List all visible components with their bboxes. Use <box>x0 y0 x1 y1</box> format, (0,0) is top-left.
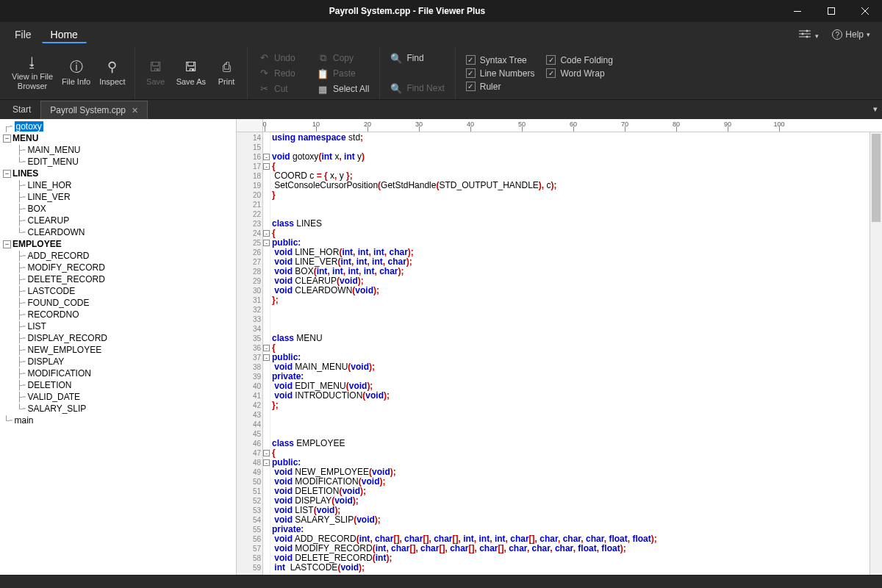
label: View in File Browser <box>12 72 53 91</box>
tab-file[interactable]: Payroll System.cpp✕ <box>40 101 148 119</box>
tree-node-lastcode[interactable]: ├╴LASTCODE <box>0 285 236 297</box>
code-folding-checkbox[interactable]: ✓Code Folding <box>540 54 618 67</box>
tree-node-mainmenu[interactable]: ├╴MAIN_MENU <box>0 144 236 156</box>
label: Save As <box>176 77 206 87</box>
tree-node-validdate[interactable]: ├╴VALID_DATE <box>0 391 236 403</box>
inspect-icon: ⚲ <box>107 60 117 76</box>
collapse-icon[interactable]: − <box>3 240 11 248</box>
tree-node-menu[interactable]: −MENU <box>0 132 236 144</box>
tree-node-display[interactable]: ├╴DISPLAY <box>0 356 236 368</box>
save-button: 🖫Save <box>140 57 172 90</box>
find-next-button: 🔍Find Next <box>384 81 450 96</box>
save-as-button[interactable]: 🖫Save As <box>172 57 210 90</box>
inspect-button[interactable]: ⚲Inspect <box>95 57 129 90</box>
copy-icon: ⧉ <box>317 52 329 64</box>
tree-node-list[interactable]: ├╴LIST <box>0 320 236 332</box>
search-next-icon: 🔍 <box>390 83 402 94</box>
folder-arrow-icon: ⭳ <box>26 55 39 71</box>
settings-button[interactable]: ▾ <box>793 26 825 43</box>
svg-point-7 <box>806 30 808 32</box>
tab-start[interactable]: Start <box>3 100 40 119</box>
fold-toggle-icon[interactable]: - <box>263 450 270 456</box>
menu-file[interactable]: File <box>6 26 40 43</box>
tree-node-clearup[interactable]: ├╴CLEARUP <box>0 215 236 226</box>
label: Word Wrap <box>560 68 604 79</box>
tree-node-lines[interactable]: −LINES <box>0 168 236 179</box>
tree-node-modifyrecord[interactable]: ├╴MODIFY_RECORD <box>0 262 236 273</box>
label: Copy <box>333 53 354 63</box>
tree-node-modification[interactable]: ├╴MODIFICATION <box>0 368 236 379</box>
tree-node-gotoxy[interactable]: ┌╴gotoxy <box>0 121 236 132</box>
tree-node-box[interactable]: ├╴BOX <box>0 203 236 215</box>
save-icon: 🖫 <box>149 60 162 76</box>
checkbox-icon: ✓ <box>466 82 476 91</box>
tree-node-employee[interactable]: −EMPLOYEE <box>0 238 236 250</box>
tree-node-newemployee[interactable]: ├╴NEW_EMPLOYEE <box>0 344 236 356</box>
tree-node-deleterecord[interactable]: ├╴DELETE_RECORD <box>0 273 236 285</box>
tab-close-icon[interactable]: ✕ <box>132 106 138 115</box>
chevron-down-icon[interactable]: ▾ <box>873 104 878 114</box>
tree-label: MENU <box>12 133 38 143</box>
tree-node-salaryslip[interactable]: └╴SALARY_SLIP <box>0 403 236 415</box>
select-all-button[interactable]: ▦Select All <box>311 82 375 97</box>
paste-button: 📋Paste <box>311 66 375 82</box>
tree-node-foundcode[interactable]: ├╴FOUND_CODE <box>0 297 236 309</box>
tree-node-addrecord[interactable]: ├╴ADD_RECORD <box>0 250 236 262</box>
tree-node-main[interactable]: └╴main <box>0 415 236 426</box>
file-info-button[interactable]: ⓘFile Info <box>57 57 95 90</box>
minimize-button[interactable] <box>781 0 814 22</box>
menu-home[interactable]: Home <box>42 26 87 43</box>
scrollbar-thumb[interactable] <box>872 134 881 222</box>
tree-node-deletion[interactable]: ├╴DELETION <box>0 379 236 391</box>
view-in-file-browser-button[interactable]: ⭳View in File Browser <box>7 52 57 95</box>
label: Inspect <box>99 77 125 87</box>
ruler-checkbox[interactable]: ✓Ruler <box>460 80 541 93</box>
fold-toggle-icon[interactable]: - <box>263 154 270 160</box>
fold-toggle-icon[interactable]: - <box>263 459 270 466</box>
window-title: Payroll System.cpp - File Viewer Plus <box>34 6 781 16</box>
line-numbers-checkbox[interactable]: ✓Line Numbers <box>460 67 541 80</box>
tree-node-linever[interactable]: ├╴LINE_VER <box>0 191 236 203</box>
redo-icon: ↷ <box>258 68 270 79</box>
titlebar: Payroll System.cpp - File Viewer Plus <box>0 0 882 22</box>
help-icon: ? <box>832 29 842 40</box>
maximize-button[interactable] <box>814 0 848 22</box>
label: Ruler <box>480 82 501 92</box>
vertical-scrollbar[interactable] <box>870 132 882 575</box>
fold-toggle-icon[interactable]: - <box>263 354 270 361</box>
fold-column[interactable]: -------- <box>263 132 270 575</box>
collapse-icon[interactable]: − <box>3 170 11 178</box>
label: Select All <box>333 84 369 94</box>
find-button[interactable]: 🔍Find <box>384 51 450 66</box>
tree-node-editmenu[interactable]: └╴EDIT_MENU <box>0 156 236 168</box>
fold-toggle-icon[interactable]: - <box>263 345 270 351</box>
ribbon: ⭳View in File Browser ⓘFile Info ⚲Inspec… <box>0 47 882 100</box>
info-icon: ⓘ <box>70 60 83 76</box>
tree-node-recordno[interactable]: ├╴RECORDNO <box>0 309 236 320</box>
checkbox-icon: ✓ <box>466 55 476 65</box>
code-area[interactable]: 1415161718192021222324252627282930313233… <box>237 132 882 575</box>
collapse-icon[interactable]: − <box>3 135 11 143</box>
fold-toggle-icon[interactable]: - <box>263 163 270 170</box>
fold-toggle-icon[interactable]: - <box>263 230 270 237</box>
help-button[interactable]: ? Help ▾ <box>826 26 876 43</box>
tree-label: MODIFICATION <box>28 368 91 379</box>
label: Find <box>406 53 423 63</box>
tree-node-linehor[interactable]: ├╴LINE_HOR <box>0 179 236 191</box>
line-number-gutter: 1415161718192021222324252627282930313233… <box>237 132 263 575</box>
label: Paste <box>333 68 356 79</box>
fold-toggle-icon[interactable]: - <box>263 240 270 246</box>
label: Syntax Tree <box>480 55 527 65</box>
tree-node-displayrecord[interactable]: ├╴DISPLAY_RECORD <box>0 332 236 344</box>
code-lines[interactable]: using namespace std;void gotoxy(int x, i… <box>270 132 870 575</box>
word-wrap-checkbox[interactable]: ✓Word Wrap <box>540 67 618 80</box>
tree-node-cleardown[interactable]: └╴CLEARDOWN <box>0 226 236 238</box>
print-button[interactable]: ⎙Print <box>210 57 243 90</box>
settings-icon <box>799 29 811 38</box>
tree-label: DISPLAY <box>28 356 65 367</box>
tree-label: LASTCODE <box>28 286 76 296</box>
outline-tree[interactable]: ┌╴gotoxy −MENU ├╴MAIN_MENU └╴EDIT_MENU −… <box>0 119 237 575</box>
undo-icon: ↶ <box>258 52 270 63</box>
close-button[interactable] <box>848 0 882 22</box>
syntax-tree-checkbox[interactable]: ✓Syntax Tree <box>460 54 541 67</box>
